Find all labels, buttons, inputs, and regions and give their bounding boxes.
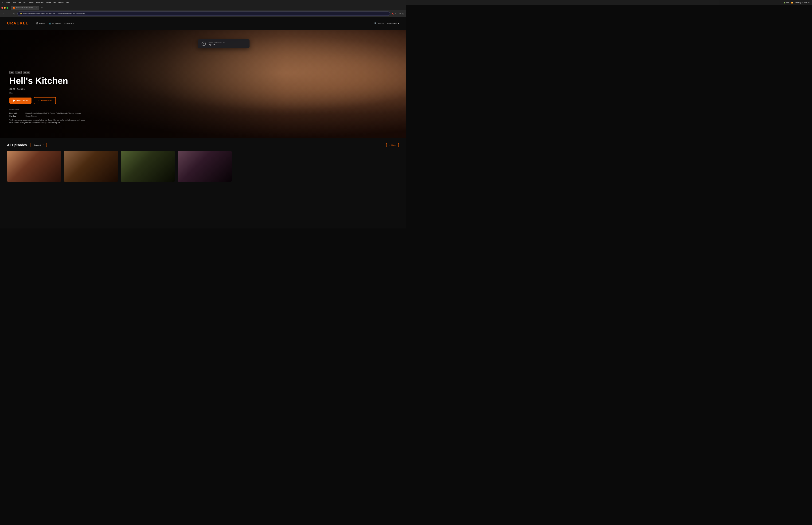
menu-items: File Edit View History Bookmarks Profile… <box>13 2 69 3</box>
nav-movies[interactable]: 🎬 Movies <box>36 22 45 25</box>
content-badges: SD TV-14 CC:EN <box>10 71 89 74</box>
directed-by-row: Directed by Sharon Trojan Hollinger, Mar… <box>10 112 89 114</box>
account-label: My Account <box>387 22 397 25</box>
tvshows-label: TV Shows <box>52 22 61 25</box>
watch-button-label: Watch S1:E1 <box>16 100 28 102</box>
toast-plus-icon: + <box>202 42 206 46</box>
crackle-logo[interactable]: CRACKLE <box>7 21 29 25</box>
fullscreen-button[interactable] <box>6 7 8 9</box>
episode-thumb-4 <box>178 151 232 182</box>
apple-menu[interactable]:  <box>2 1 3 4</box>
episodes-header: All Episodes Season 1 ▾ ↑ Share <box>7 142 399 147</box>
watchlist-toast: + ADDED TO WATCHLIST Day One <box>198 39 249 48</box>
bookmark-icon[interactable]: 🔖 <box>392 13 394 15</box>
toast-text: ADDED TO WATCHLIST Day One <box>208 42 225 46</box>
menu-help[interactable]: Help <box>66 2 69 3</box>
checkmark-icon: ✓ <box>38 100 40 102</box>
search-icon: 🔍 <box>374 22 377 25</box>
starring-label: Starring <box>10 115 24 117</box>
security-lock-icon: 🔒 <box>20 13 22 15</box>
tvshows-icon: 📺 <box>49 22 51 25</box>
watchlist-label: Watchlist <box>66 22 74 25</box>
duration: 39m <box>10 92 89 94</box>
action-buttons: Watch S1:E1 ✓ In Watchlist <box>10 97 89 104</box>
episodes-section: All Episodes Season 1 ▾ ↑ Share <box>0 138 406 182</box>
share-icon: ↑ <box>389 144 390 146</box>
share-label: Share <box>391 144 396 146</box>
new-tab-button[interactable]: + <box>41 6 43 10</box>
hero-content: SD TV-14 CC:EN Hell's Kitchen S1:E1 | Da… <box>10 71 89 124</box>
genre-tag: Reality Show <box>10 109 89 110</box>
nav-watchlist[interactable]: + Watchlist <box>64 22 74 25</box>
url-text: crackle.com/details/34589606-5860-4b02-b… <box>23 13 85 14</box>
menu-bookmarks[interactable]: Bookmarks <box>36 2 44 3</box>
forward-button[interactable]: › <box>7 13 11 15</box>
season-dropdown-chevron-icon: ▾ <box>43 144 44 146</box>
extensions-icon[interactable]: ⚙ <box>399 13 401 15</box>
tab-close-button[interactable]: × <box>36 7 37 9</box>
menu-profiles[interactable]: Profiles <box>46 2 51 3</box>
share-button[interactable]: ↑ Share <box>386 143 399 147</box>
show-description: Twelve chefs and restaurateurs compete t… <box>10 119 89 124</box>
watchlist-button-label: In Watchlist <box>41 100 52 102</box>
show-title: Hell's Kitchen <box>10 76 89 86</box>
menu-view[interactable]: View <box>23 2 26 3</box>
meta-section: Reality Show Directed by Sharon Trojan H… <box>10 109 89 124</box>
episodes-grid <box>7 151 399 182</box>
toolbar-right: 🔖 🛡 ⚙ ⊟ <box>392 13 404 15</box>
menu-edit[interactable]: Edit <box>18 2 21 3</box>
episode-thumb-3 <box>121 151 175 182</box>
episode-thumb-2 <box>64 151 118 182</box>
nav-tvshows[interactable]: 📺 TV Shows <box>49 22 61 25</box>
search-button[interactable]: 🔍 Search <box>374 22 383 25</box>
episode-info: S1:E1 | Day One <box>10 88 89 90</box>
nav-links: 🎬 Movies 📺 TV Shows + Watchlist <box>36 22 74 25</box>
app-name[interactable]: Brave <box>6 2 10 3</box>
traffic-lights <box>1 7 8 9</box>
badge-cc: CC:EN <box>23 71 30 74</box>
episodes-title: All Episodes <box>7 143 27 147</box>
crackle-app: CRACKLE 🎬 Movies 📺 TV Shows + Watchlist … <box>0 17 406 228</box>
brave-shield-icon[interactable]: 🛡 <box>395 13 398 15</box>
search-label: Search <box>378 22 383 25</box>
play-icon <box>13 100 15 102</box>
nav-right: 🔍 Search My Account ▾ <box>374 22 399 25</box>
tab-title: Watch Hell's Kitchen S1:E1 - ... <box>16 7 35 9</box>
toast-label: ADDED TO WATCHLIST <box>208 42 225 44</box>
season-label: Season 1 <box>34 144 41 146</box>
browser-tab-active[interactable]: C Watch Hell's Kitchen S1:E1 - ... × <box>11 6 39 10</box>
os-menubar:  Brave File Edit View History Bookmarks… <box>0 0 406 5</box>
sidebar-icon[interactable]: ⊟ <box>402 13 404 15</box>
episode-thumb-1 <box>7 151 61 182</box>
season-dropdown[interactable]: Season 1 ▾ <box>31 142 47 147</box>
menu-file[interactable]: File <box>13 2 16 3</box>
directed-by-value: Sharon Trojan Hollinger, Mark W. Roden, … <box>25 112 81 114</box>
my-account-button[interactable]: My Account ▾ <box>387 22 399 25</box>
episode-card-4[interactable] <box>178 151 232 182</box>
watchlist-button[interactable]: ✓ In Watchlist <box>34 97 56 104</box>
menu-history[interactable]: History <box>29 2 33 3</box>
close-button[interactable] <box>1 7 3 9</box>
movies-icon: 🎬 <box>36 22 38 25</box>
starring-row: Starring Gordon Ramsay <box>10 115 89 117</box>
menu-tab[interactable]: Tab <box>53 2 56 3</box>
movies-label: Movies <box>39 22 45 25</box>
menu-window[interactable]: Window <box>58 2 63 3</box>
toast-title: Day One <box>208 44 225 46</box>
browser-toolbar: ‹ › ↻ 🔒 crackle.com/details/34589606-586… <box>0 10 406 17</box>
refresh-button[interactable]: ↻ <box>12 13 16 15</box>
plus-symbol: + <box>203 42 204 45</box>
back-button[interactable]: ‹ <box>2 13 6 15</box>
episode-card-3[interactable] <box>121 151 175 182</box>
badge-sd: SD <box>10 71 14 74</box>
watch-button[interactable]: Watch S1:E1 <box>10 97 31 104</box>
directed-by-label: Directed by <box>10 112 24 114</box>
account-chevron-icon: ▾ <box>398 22 399 25</box>
watchlist-plus-icon: + <box>64 22 65 25</box>
crackle-nav: CRACKLE 🎬 Movies 📺 TV Shows + Watchlist … <box>0 17 406 30</box>
tab-bar: C Watch Hell's Kitchen S1:E1 - ... × + <box>0 5 406 10</box>
episode-card-2[interactable] <box>64 151 118 182</box>
minimize-button[interactable] <box>4 7 6 9</box>
address-bar[interactable]: 🔒 crackle.com/details/34589606-5860-4b02… <box>17 12 390 16</box>
episode-card-1[interactable] <box>7 151 61 182</box>
